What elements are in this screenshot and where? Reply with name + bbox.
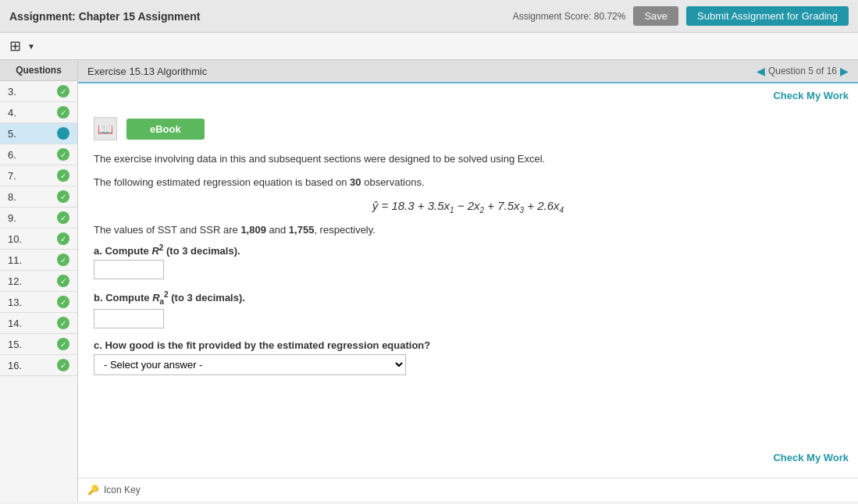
sidebar-item-label: 13. xyxy=(8,296,22,308)
sidebar-item-label: 6. xyxy=(8,149,16,161)
part-b-label: b. Compute Ra2 (to 3 decimals). xyxy=(94,290,842,306)
question-nav-label: Question 5 of 16 xyxy=(768,66,837,76)
header-left: Assignment: Chapter 15 Assignment xyxy=(9,10,201,23)
sidebar-item-15[interactable]: 15.✓ xyxy=(0,334,77,355)
check-my-work-top-row: Check My Work xyxy=(78,83,858,108)
page-title: Assignment: Chapter 15 Assignment xyxy=(9,10,201,23)
para2-bold: 30 xyxy=(350,176,361,188)
check-icon: ✓ xyxy=(57,211,69,224)
next-question-arrow[interactable]: ▶ xyxy=(840,65,849,77)
exercise-header: Exercise 15.13 Algorithmic ◀ Question 5 … xyxy=(78,60,858,83)
ebook-button[interactable]: eBook xyxy=(126,119,205,140)
prev-question-arrow[interactable]: ◀ xyxy=(757,65,765,77)
part-c-text: How good is the fit provided by the esti… xyxy=(105,339,430,351)
sidebar-item-9[interactable]: 9.✓ xyxy=(0,208,77,229)
sidebar-item-label: 10. xyxy=(8,233,22,245)
part-c-letter: c. xyxy=(94,339,102,351)
sidebar-item-label: 11. xyxy=(8,254,22,266)
sidebar-item-13[interactable]: 13.✓ xyxy=(0,292,77,313)
sidebar-item-label: 8. xyxy=(8,191,16,203)
icon-key-row: 🔑 Icon Key xyxy=(78,477,858,502)
part-c-select[interactable]: - Select your answer -The fit is very go… xyxy=(94,354,406,375)
part-a-label: a. Compute R2 (to 3 decimals). xyxy=(94,243,842,257)
equation-row: ŷ = 18.3 + 3.5x1 − 2x2 + 7.5x3 + 2.6x4 xyxy=(94,199,842,215)
values-text: The values of SST and SSR are xyxy=(94,224,240,236)
check-my-work-top-button[interactable]: Check My Work xyxy=(773,90,849,101)
page-header: Assignment: Chapter 15 Assignment Assign… xyxy=(0,0,858,33)
sst-value: 1,809 xyxy=(240,224,266,236)
sidebar-item-12[interactable]: 12.✓ xyxy=(0,271,77,292)
paragraph-1: The exercise involving data in this and … xyxy=(94,151,842,167)
check-icon: ✓ xyxy=(57,338,69,350)
book-icon: 📖 xyxy=(94,117,117,140)
toolbar-dropdown-arrow[interactable]: ▼ xyxy=(27,42,35,51)
sidebar-item-14[interactable]: 14.✓ xyxy=(0,313,77,334)
check-icon: ✓ xyxy=(57,190,69,203)
para2-suffix: observations. xyxy=(361,176,425,188)
key-icon: 🔑 xyxy=(87,484,99,495)
sidebar-item-8[interactable]: 8.✓ xyxy=(0,186,77,208)
toolbar: ⊞ ▼ xyxy=(0,33,858,60)
assignment-score: Assignment Score: 80.72% xyxy=(513,11,626,22)
part-b-letter: b. xyxy=(94,293,103,304)
check-icon: ✓ xyxy=(57,296,69,308)
sidebar-item-label: 7. xyxy=(8,170,16,182)
main-layout: Questions 3.✓4.✓5.6.✓7.✓8.✓9.✓10.✓11.✓12… xyxy=(0,60,858,502)
part-a-letter: a. xyxy=(94,245,102,257)
regression-equation: ŷ = 18.3 + 3.5x1 − 2x2 + 7.5x3 + 2.6x4 xyxy=(372,199,564,212)
sidebar-header: Questions xyxy=(0,60,77,81)
icon-key-label: Icon Key xyxy=(104,484,141,495)
sidebar-item-5[interactable]: 5. xyxy=(0,123,77,144)
check-icon: ✓ xyxy=(57,106,69,119)
check-icon: ✓ xyxy=(57,359,69,371)
sidebar-item-label: 3. xyxy=(8,86,16,98)
check-icon: ✓ xyxy=(57,232,69,245)
check-icon: ✓ xyxy=(57,148,69,161)
sidebar-item-3[interactable]: 3.✓ xyxy=(0,81,77,102)
sidebar-item-label: 14. xyxy=(8,318,22,329)
header-right: Assignment Score: 80.72% Save Submit Ass… xyxy=(513,6,849,26)
ssr-value: 1,755 xyxy=(289,224,315,236)
content-body: 📖 eBook The exercise involving data in t… xyxy=(78,108,858,445)
part-b-input[interactable] xyxy=(94,309,164,328)
calculator-icon[interactable]: ⊞ xyxy=(9,37,21,55)
sidebar-item-label: 5. xyxy=(8,128,16,140)
exercise-nav: ◀ Question 5 of 16 ▶ xyxy=(757,65,849,77)
save-button[interactable]: Save xyxy=(633,6,678,26)
sidebar-item-7[interactable]: 7.✓ xyxy=(0,165,77,186)
sidebar-item-10[interactable]: 10.✓ xyxy=(0,229,77,250)
sidebar-item-label: 4. xyxy=(8,107,16,119)
check-my-work-bottom-button[interactable]: Check My Work xyxy=(773,452,849,463)
ebook-row: 📖 eBook xyxy=(94,117,842,140)
part-c-label: c. How good is the fit provided by the e… xyxy=(94,339,842,351)
check-icon: ✓ xyxy=(57,317,69,329)
check-icon: ✓ xyxy=(57,254,69,266)
check-icon: ✓ xyxy=(57,85,69,98)
sidebar-item-label: 15. xyxy=(8,339,22,350)
submit-button[interactable]: Submit Assignment for Grading xyxy=(686,6,849,26)
exercise-tab-label: Exercise 15.13 Algorithmic xyxy=(87,66,207,77)
sidebar: Questions 3.✓4.✓5.6.✓7.✓8.✓9.✓10.✓11.✓12… xyxy=(0,60,78,502)
sidebar-item-4[interactable]: 4.✓ xyxy=(0,102,77,123)
ssr-text: and xyxy=(266,224,289,236)
para2-prefix: The following estimated regression equat… xyxy=(94,176,350,188)
values-suffix: , respectively. xyxy=(314,224,376,236)
content-area: Exercise 15.13 Algorithmic ◀ Question 5 … xyxy=(78,60,858,502)
sidebar-item-6[interactable]: 6.✓ xyxy=(0,144,77,165)
values-row: The values of SST and SSR are 1,809 and … xyxy=(94,224,842,236)
sidebar-item-16[interactable]: 16.✓ xyxy=(0,355,77,376)
sidebar-item-11[interactable]: 11.✓ xyxy=(0,250,77,271)
part-a-input[interactable] xyxy=(94,260,164,279)
sidebar-item-label: 9. xyxy=(8,212,16,224)
check-icon: ✓ xyxy=(57,169,69,182)
paragraph-2: The following estimated regression equat… xyxy=(94,175,842,190)
dot-icon xyxy=(57,127,69,140)
check-icon: ✓ xyxy=(57,275,69,287)
sidebar-item-label: 16. xyxy=(8,360,22,371)
check-my-work-bottom-row: Check My Work xyxy=(78,445,858,470)
sidebar-item-label: 12. xyxy=(8,275,22,287)
